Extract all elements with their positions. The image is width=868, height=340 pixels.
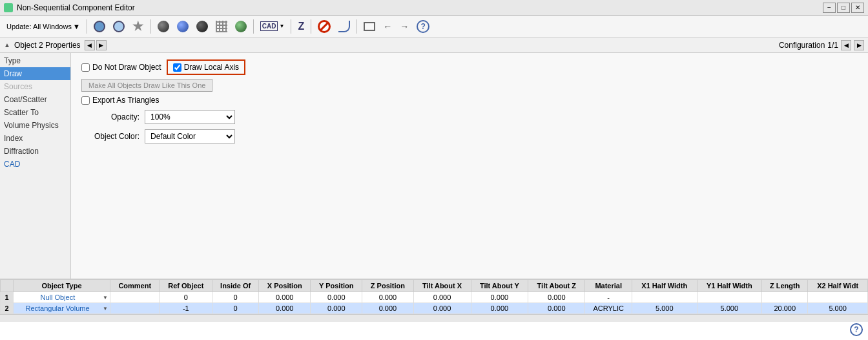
settings-button[interactable] xyxy=(130,19,147,34)
opacity-select[interactable]: 100% 90% 80% 50% 0% xyxy=(145,110,235,124)
obj-nav-back-button[interactable]: ◀ xyxy=(85,40,95,50)
refresh1-button[interactable] xyxy=(91,19,108,34)
objects-table: Object Type Comment Ref Object Inside Of… xyxy=(0,279,868,314)
row-2-tilt-y[interactable]: 0.000 xyxy=(471,303,528,314)
export-row: Export As Triangles xyxy=(81,96,858,105)
maximize-button[interactable]: □ xyxy=(837,3,850,13)
config-nav-back-button[interactable]: ◀ xyxy=(841,40,851,50)
col-comment: Comment xyxy=(110,280,160,292)
row-1-material[interactable]: - xyxy=(585,292,632,303)
sidebar-item-draw[interactable]: Draw xyxy=(0,67,70,80)
sidebar-item-diffraction[interactable]: Diffraction xyxy=(0,145,70,158)
main-area: Type Draw Sources Coat/Scatter Scatter T… xyxy=(0,53,868,279)
obj-bar-nav-back[interactable]: ▲ xyxy=(4,41,10,48)
object-color-select[interactable]: Default Color Red Green Blue xyxy=(145,129,235,143)
row-2-x2-half[interactable]: 5.000 xyxy=(808,303,868,314)
cad-button[interactable]: CAD ▼ xyxy=(258,20,287,32)
settings-icon xyxy=(132,21,144,32)
close-button[interactable]: ✕ xyxy=(851,3,864,13)
row-2-num: 2 xyxy=(1,303,14,314)
app-icon xyxy=(4,3,13,12)
config-value: 1/1 xyxy=(827,41,838,50)
row-1-num: 1 xyxy=(1,292,14,303)
row-2-tilt-x[interactable]: 0.000 xyxy=(413,303,471,314)
arrow-left-button[interactable]: ← xyxy=(380,20,395,33)
col-tilt-x: Tilt About X xyxy=(413,280,471,292)
row-1-z-pos[interactable]: 0.000 xyxy=(362,292,413,303)
col-inside-of: Inside Of xyxy=(212,280,259,292)
curve-button[interactable] xyxy=(336,19,353,34)
row-2-y-pos[interactable]: 0.000 xyxy=(311,303,362,314)
question-icon: ? xyxy=(417,20,429,33)
do-not-draw-label[interactable]: Do Not Draw Object xyxy=(81,63,161,72)
refresh2-button[interactable] xyxy=(110,19,127,34)
row-2-z-length[interactable]: 20.000 xyxy=(762,303,808,314)
color-row: Object Color: Default Color Red Green Bl… xyxy=(81,129,858,143)
row-2-x-pos[interactable]: 0.000 xyxy=(259,303,311,314)
obj-nav-forward-button[interactable]: ▶ xyxy=(96,40,107,50)
do-not-draw-checkbox[interactable] xyxy=(81,63,90,72)
z-button[interactable]: Z xyxy=(295,19,307,34)
sidebar-item-index[interactable]: Index xyxy=(0,132,70,145)
minimize-button[interactable]: − xyxy=(823,3,836,13)
sphere-blue-button[interactable] xyxy=(174,19,191,34)
row-1-ref-object[interactable]: 0 xyxy=(160,292,212,303)
table-row[interactable]: 2 Rectangular Volume -1 0 0.000 0.000 0.… xyxy=(1,303,868,314)
sphere-dark-button[interactable] xyxy=(155,19,172,34)
update-all-windows-button[interactable]: Update: All Windows ▼ xyxy=(4,21,83,32)
row-1-object-type-select[interactable]: Null Object xyxy=(41,293,83,301)
bottom-table-area: Object Type Comment Ref Object Inside Of… xyxy=(0,279,868,340)
curve-icon xyxy=(338,21,350,32)
sidebar-item-cad[interactable]: CAD xyxy=(0,158,70,171)
row-2-z-pos[interactable]: 0.000 xyxy=(362,303,413,314)
row-1-object-type[interactable]: Null Object xyxy=(14,292,110,303)
row-2-object-type[interactable]: Rectangular Volume xyxy=(14,303,110,314)
opacity-row: Opacity: 100% 90% 80% 50% 0% xyxy=(81,110,858,124)
row-2-y1-half[interactable]: 5.000 xyxy=(697,303,762,314)
arrow-right-button[interactable]: → xyxy=(397,20,411,33)
col-num xyxy=(1,280,14,292)
sidebar-item-type[interactable]: Type xyxy=(0,54,70,67)
export-triangles-checkbox[interactable] xyxy=(81,96,90,105)
row-1-x1-half[interactable] xyxy=(632,292,697,303)
opacity-label: Opacity: xyxy=(81,112,140,122)
toolbar: Update: All Windows ▼ CAD ▼ Z xyxy=(0,16,868,37)
row-1-comment[interactable] xyxy=(110,292,160,303)
sidebar-item-scatter-to[interactable]: Scatter To xyxy=(0,106,70,119)
help-button[interactable]: ? xyxy=(850,323,863,336)
row-2-tilt-z[interactable]: 0.000 xyxy=(528,303,585,314)
sphere-green-button[interactable] xyxy=(232,19,249,34)
config-nav-forward-button[interactable]: ▶ xyxy=(854,40,864,50)
table-row[interactable]: 1 Null Object 0 0 0.000 0.000 0.000 0.00… xyxy=(1,292,868,303)
sidebar-item-coat-scatter[interactable]: Coat/Scatter xyxy=(0,93,70,106)
row-2-material[interactable]: ACRYLIC xyxy=(585,303,632,314)
help-toolbar-button[interactable]: ? xyxy=(414,19,432,34)
row-1-inside-of[interactable]: 0 xyxy=(212,292,259,303)
sidebar-item-volume-physics[interactable]: Volume Physics xyxy=(0,119,70,132)
col-object-type: Object Type xyxy=(14,280,110,292)
grid-button[interactable] xyxy=(213,19,230,34)
draw-local-axis-checkbox[interactable] xyxy=(173,63,181,72)
row-2-comment[interactable] xyxy=(110,303,160,314)
row-2-ref-object[interactable]: -1 xyxy=(160,303,212,314)
row-1-y-pos[interactable]: 0.000 xyxy=(311,292,362,303)
window-button[interactable] xyxy=(361,21,378,32)
row-2-x1-half[interactable]: 5.000 xyxy=(632,303,697,314)
row-1-tilt-x[interactable]: 0.000 xyxy=(413,292,471,303)
row-2-inside-of[interactable]: 0 xyxy=(212,303,259,314)
horizontal-scrollbar[interactable] xyxy=(0,314,868,322)
title-bar: Non-Sequential Component Editor − □ ✕ xyxy=(0,0,868,16)
make-all-objects-button[interactable]: Make All Objects Draw Like This One xyxy=(81,79,212,92)
content-panel: Do Not Draw Object Draw Local Axis Make … xyxy=(71,53,868,279)
sphere-dark2-button[interactable] xyxy=(194,19,211,34)
row-1-x-pos[interactable]: 0.000 xyxy=(259,292,311,303)
no-sign-button[interactable] xyxy=(315,19,333,34)
row-1-tilt-z[interactable]: 0.000 xyxy=(528,292,585,303)
toolbar-separator-2 xyxy=(150,19,151,34)
row-1-tilt-y[interactable]: 0.000 xyxy=(471,292,528,303)
row-1-z-length[interactable] xyxy=(762,292,808,303)
row-1-y1-half[interactable] xyxy=(697,292,762,303)
row-2-object-type-select[interactable]: Rectangular Volume xyxy=(26,304,98,312)
row-1-x2-half[interactable] xyxy=(808,292,868,303)
export-triangles-label[interactable]: Export As Triangles xyxy=(81,96,159,105)
